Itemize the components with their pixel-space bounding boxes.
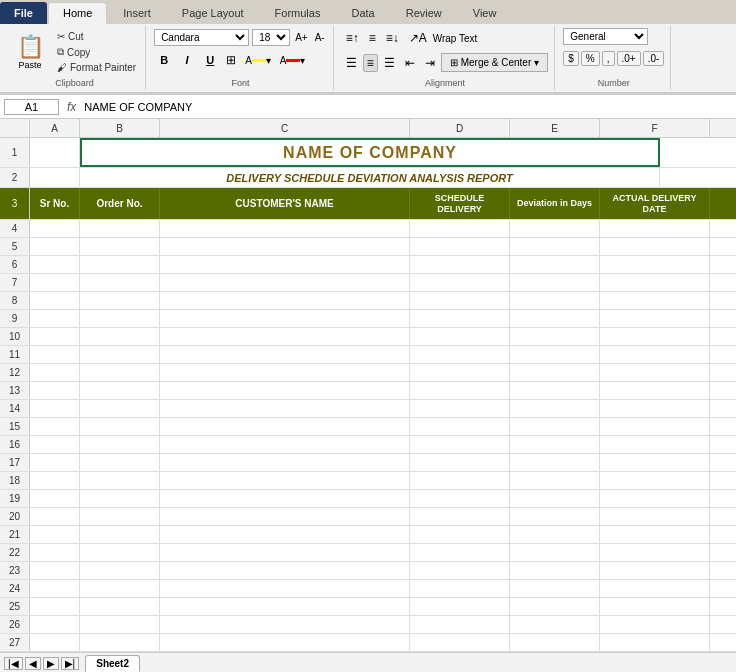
cell[interactable] xyxy=(160,490,410,507)
cell[interactable] xyxy=(160,526,410,543)
cell[interactable] xyxy=(510,310,600,327)
cell[interactable] xyxy=(80,346,160,363)
cell[interactable] xyxy=(30,346,80,363)
cell[interactable] xyxy=(80,508,160,525)
cell[interactable] xyxy=(30,274,80,291)
cell[interactable] xyxy=(510,364,600,381)
align-right-button[interactable]: ☰ xyxy=(380,54,399,72)
col-header-f[interactable]: F xyxy=(600,119,710,137)
cell[interactable] xyxy=(30,328,80,345)
cell-reference-input[interactable] xyxy=(4,99,59,115)
font-color-button[interactable]: A ▾ xyxy=(277,53,309,68)
cell[interactable] xyxy=(600,562,710,579)
cell[interactable] xyxy=(160,238,410,255)
cell[interactable] xyxy=(30,508,80,525)
cell[interactable] xyxy=(30,526,80,543)
cell[interactable] xyxy=(410,238,510,255)
cell[interactable] xyxy=(30,490,80,507)
cell[interactable] xyxy=(30,544,80,561)
cell[interactable] xyxy=(600,220,710,237)
increase-decimal-button[interactable]: .0+ xyxy=(617,51,641,66)
cell[interactable] xyxy=(410,328,510,345)
cell[interactable] xyxy=(600,310,710,327)
cell[interactable] xyxy=(410,562,510,579)
cell[interactable] xyxy=(510,238,600,255)
tab-file[interactable]: File xyxy=(0,2,47,24)
font-size-decrease-button[interactable]: A- xyxy=(313,32,327,43)
cell[interactable] xyxy=(410,310,510,327)
cell[interactable] xyxy=(510,418,600,435)
cell[interactable] xyxy=(600,400,710,417)
cell[interactable] xyxy=(600,454,710,471)
cell[interactable] xyxy=(510,454,600,471)
cell[interactable] xyxy=(30,382,80,399)
cell[interactable] xyxy=(80,292,160,309)
col-header-d[interactable]: D xyxy=(410,119,510,137)
cell[interactable] xyxy=(410,400,510,417)
cell[interactable] xyxy=(410,472,510,489)
cell[interactable] xyxy=(30,310,80,327)
cell[interactable] xyxy=(160,364,410,381)
cell-c3[interactable]: CUSTOMER'S NAME xyxy=(160,188,410,219)
cell[interactable] xyxy=(510,526,600,543)
cell[interactable] xyxy=(80,238,160,255)
cell-a3[interactable]: Sr No. xyxy=(30,188,80,219)
cell[interactable] xyxy=(160,256,410,273)
italic-button[interactable]: I xyxy=(177,52,197,68)
cell[interactable] xyxy=(510,634,600,651)
cell[interactable] xyxy=(410,544,510,561)
cell[interactable] xyxy=(80,580,160,597)
cell[interactable] xyxy=(410,634,510,651)
cell[interactable] xyxy=(30,364,80,381)
cell[interactable] xyxy=(160,508,410,525)
cell[interactable] xyxy=(600,256,710,273)
cell[interactable] xyxy=(80,274,160,291)
cell[interactable] xyxy=(160,616,410,633)
cell[interactable] xyxy=(600,634,710,651)
cell[interactable] xyxy=(30,634,80,651)
cell[interactable] xyxy=(80,526,160,543)
cell[interactable] xyxy=(410,454,510,471)
cell-e3[interactable]: Deviation in Days xyxy=(510,188,600,219)
cell[interactable] xyxy=(510,580,600,597)
cell[interactable] xyxy=(600,472,710,489)
align-center-button[interactable]: ≡ xyxy=(363,54,378,72)
cell[interactable] xyxy=(600,382,710,399)
cell[interactable] xyxy=(80,454,160,471)
cell[interactable] xyxy=(160,220,410,237)
cell[interactable] xyxy=(160,598,410,615)
cell[interactable] xyxy=(510,436,600,453)
cell[interactable] xyxy=(410,364,510,381)
cell[interactable] xyxy=(410,274,510,291)
cell[interactable] xyxy=(600,274,710,291)
cell[interactable] xyxy=(410,508,510,525)
cell[interactable] xyxy=(510,472,600,489)
cell[interactable] xyxy=(510,616,600,633)
cell[interactable] xyxy=(510,562,600,579)
text-rotate-button[interactable]: ↗A xyxy=(405,29,431,47)
cell[interactable] xyxy=(160,346,410,363)
cell[interactable] xyxy=(160,580,410,597)
cell[interactable] xyxy=(30,472,80,489)
cell[interactable] xyxy=(80,562,160,579)
cell[interactable] xyxy=(30,436,80,453)
cell[interactable] xyxy=(160,292,410,309)
cell[interactable] xyxy=(30,598,80,615)
cell[interactable] xyxy=(30,256,80,273)
cell-b3[interactable]: Order No. xyxy=(80,188,160,219)
cell[interactable] xyxy=(80,256,160,273)
cell[interactable] xyxy=(510,508,600,525)
decrease-decimal-button[interactable]: .0- xyxy=(643,51,665,66)
cell[interactable] xyxy=(80,436,160,453)
cell[interactable] xyxy=(510,346,600,363)
cell[interactable] xyxy=(160,454,410,471)
cell[interactable] xyxy=(510,544,600,561)
tab-view[interactable]: View xyxy=(458,2,512,24)
cell[interactable] xyxy=(80,616,160,633)
tab-review[interactable]: Review xyxy=(391,2,457,24)
cell[interactable] xyxy=(510,490,600,507)
cell[interactable] xyxy=(510,382,600,399)
col-header-b[interactable]: B xyxy=(80,119,160,137)
cell[interactable] xyxy=(80,490,160,507)
cell[interactable] xyxy=(160,328,410,345)
